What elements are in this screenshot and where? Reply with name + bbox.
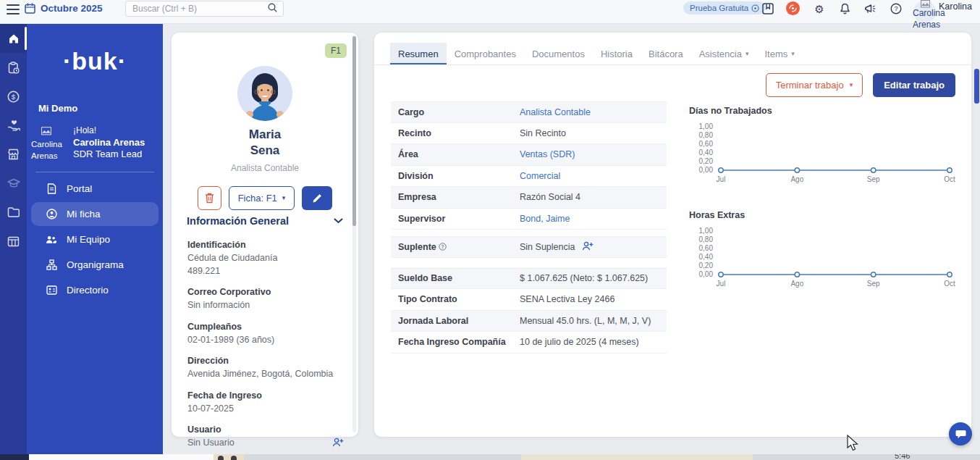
sidebar-item-directorio[interactable]: Directorio: [31, 278, 159, 302]
tab-documentos[interactable]: Documentos: [524, 43, 593, 64]
dollar-circle-icon[interactable]: $: [0, 82, 27, 111]
org-chart-icon: [46, 259, 57, 270]
megaphone-icon[interactable]: [863, 2, 877, 15]
chevron-down-icon: ▾: [791, 51, 795, 57]
sidebar-item-portal[interactable]: Portal: [31, 177, 159, 201]
svg-text:Sep: Sep: [867, 280, 880, 288]
company-name: Mi Demo: [38, 103, 163, 114]
id-card-icon: [46, 285, 57, 295]
sidebar-user-role: SDR Team Lead: [73, 149, 145, 161]
calendar-icon[interactable]: [25, 3, 35, 14]
home-icon[interactable]: [0, 24, 27, 53]
edit-profile-button[interactable]: [302, 186, 332, 210]
sidebar-item-mi-ficha[interactable]: Mi ficha: [31, 202, 159, 226]
trash-icon: [205, 193, 214, 204]
profile-fields: Identificación Cédula de Ciudadanía489.2…: [187, 240, 342, 459]
employee-role: Analista Contable: [172, 163, 358, 173]
svg-text:0,60: 0,60: [699, 244, 714, 252]
field-row-supervisor: SupervisorBond, Jaime: [391, 209, 667, 230]
help-circle-icon[interactable]: ?: [439, 243, 447, 251]
page-scrollbar: [974, 24, 980, 454]
topbar-avatar[interactable]: CarolinaArenas: [913, 1, 936, 23]
sidebar-item-organigrama[interactable]: Organigrama: [31, 253, 159, 277]
chevron-down-icon: ▾: [850, 82, 853, 88]
svg-text:Oct: Oct: [944, 175, 955, 183]
svg-text:?: ?: [894, 5, 897, 12]
svg-text:Oct: Oct: [944, 280, 955, 288]
sidebar-item-mi-equipo[interactable]: Mi Equipo: [31, 227, 159, 251]
page-scrollbar-thumb[interactable]: [974, 69, 979, 104]
ficha-badge: F1: [325, 43, 347, 58]
svg-text:0,80: 0,80: [699, 235, 714, 243]
employee-avatar: [237, 66, 292, 121]
svg-text:Sep: Sep: [867, 175, 880, 183]
help-icon[interactable]: ?: [889, 2, 903, 15]
svg-text:0,20: 0,20: [699, 157, 714, 165]
svg-text:0,40: 0,40: [699, 149, 714, 156]
chat-bubble-icon: [955, 430, 966, 439]
bell-icon[interactable]: [837, 2, 852, 15]
svg-text:0,00: 0,00: [699, 166, 714, 174]
line-chart-plot: 1,000,800,600,400,200,00JulAgoSepOct: [689, 122, 958, 193]
svg-text:0,80: 0,80: [699, 131, 714, 139]
search-icon[interactable]: [268, 2, 277, 15]
add-user-icon[interactable]: [332, 437, 344, 450]
profile-field: Identificación Cédula de Ciudadanía489.2…: [187, 240, 342, 277]
topbar: Octubre 2025 Prueba Gratuita ⚙ ?: [0, 0, 980, 24]
svg-text:Ago: Ago: [790, 175, 803, 183]
svg-text:0,60: 0,60: [699, 140, 714, 148]
job-summary-fields: CargoAnalista Contable RecintoSin Recint…: [391, 101, 667, 354]
field-row-fecha-ingreso: Fecha Ingreso Compañía10 de julio de 202…: [391, 332, 667, 354]
menu-icon[interactable]: [7, 4, 20, 14]
ficha-selector-button[interactable]: Ficha: F1▾: [229, 186, 295, 210]
line-chart-plot: 1,000,800,600,400,200,00JulAgoSepOct: [689, 227, 958, 298]
section-informacion-general[interactable]: Información General: [187, 215, 343, 227]
add-substitute-icon[interactable]: [582, 241, 594, 253]
chart-horas-extras: Horas Extras 1,000,800,600,400,200,00Jul…: [689, 210, 958, 298]
terminate-job-button[interactable]: Terminar trabajo▾: [766, 73, 863, 97]
divider: [35, 172, 154, 172]
profile-card: F1 MariaSena Analista Contable Ficha: F1…: [172, 33, 358, 437]
field-row-suplente: Suplente ? Sin Suplencia: [391, 236, 667, 258]
employee-name: MariaSena: [172, 127, 358, 159]
graduation-cap-icon[interactable]: [0, 169, 27, 198]
month-selector[interactable]: Octubre 2025: [41, 3, 103, 14]
buk-logo: ·buk·: [27, 47, 163, 75]
broken-image-icon: [41, 127, 51, 135]
record-icon[interactable]: [786, 1, 800, 15]
tab-comprobantes[interactable]: Comprobantes: [447, 43, 524, 64]
settings-gear-icon[interactable]: ⚙: [812, 2, 827, 15]
sidebar-nav: Portal Mi ficha Mi Equipo Organigrama Di…: [27, 177, 163, 302]
hand-heart-icon[interactable]: [0, 111, 27, 140]
window-columns-icon[interactable]: [0, 227, 27, 256]
profile-field: Dirección Avenida Jiménez, Bogotá, Colom…: [187, 356, 342, 381]
mouse-cursor: [847, 435, 859, 451]
library-icon[interactable]: [761, 2, 775, 15]
tab-asistencia[interactable]: Asistencia▾: [691, 43, 757, 64]
svg-text:Ago: Ago: [790, 280, 803, 288]
svg-text:1,00: 1,00: [699, 227, 714, 235]
main-card: Resumen Comprobantes Documentos Historia…: [374, 33, 971, 437]
delete-button[interactable]: [198, 186, 221, 210]
scrollbar-thumb[interactable]: [352, 36, 356, 226]
storefront-icon[interactable]: [0, 140, 27, 169]
folder-icon[interactable]: [0, 198, 27, 227]
field-row-division: DivisiónComercial: [391, 166, 667, 188]
clipboard-clock-icon[interactable]: [0, 53, 27, 82]
info-target-icon: [751, 4, 759, 12]
chat-button[interactable]: [949, 422, 972, 446]
tab-bitacora[interactable]: Bitácora: [641, 43, 691, 64]
user-name-label: Karolina: [939, 1, 972, 12]
search-input[interactable]: [126, 4, 268, 14]
profile-field-usuario: Usuario Sin Usuario: [187, 425, 342, 450]
person-circle-icon: [46, 209, 57, 219]
chevron-down-icon: ▾: [282, 195, 286, 201]
field-row-tipo-contrato: Tipo ContratoSENA Lectiva Ley 2466: [391, 289, 667, 311]
edit-job-button[interactable]: Editar trabajo: [873, 73, 955, 97]
search-box[interactable]: [125, 1, 284, 17]
broken-image-icon: [921, 0, 930, 8]
trial-badge[interactable]: Prueba Gratuita: [683, 1, 766, 14]
tab-items[interactable]: Items▾: [756, 43, 802, 64]
tab-resumen[interactable]: Resumen: [390, 43, 447, 64]
tab-historia[interactable]: Historia: [593, 43, 641, 64]
